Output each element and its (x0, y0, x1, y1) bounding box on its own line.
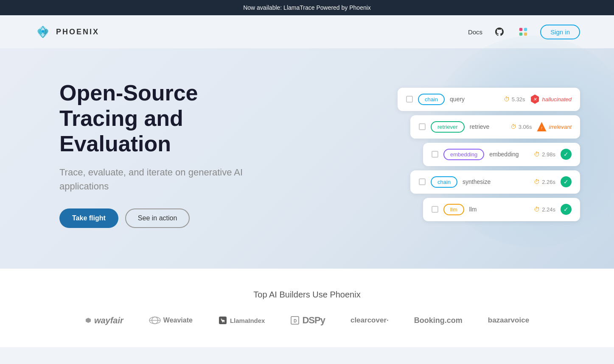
nav-right: Docs Sign in (468, 25, 580, 39)
clock-icon-3: ⏱ (534, 178, 540, 185)
trace-time-2: ⏱ 2.98s (534, 151, 555, 158)
warning-icon: ! (537, 122, 547, 131)
trace-checkbox-3[interactable] (419, 178, 426, 185)
partner-dspy: D DSPy (290, 315, 325, 326)
trace-label-0: query (450, 96, 499, 103)
llamaindex-text: LlamaIndex (230, 317, 265, 324)
svg-point-0 (42, 30, 44, 33)
hero-left: Open-Source Tracing and Evaluation Trace… (59, 81, 280, 228)
clearcover-text: clearcover· (350, 316, 389, 325)
take-flight-button[interactable]: Take flight (59, 208, 118, 228)
slack-icon[interactable] (516, 25, 530, 39)
trace-time-1: ⏱ 3.06s (510, 123, 532, 130)
signin-button[interactable]: Sign in (540, 25, 580, 39)
partner-clearcover: clearcover· (350, 316, 389, 325)
trace-checkbox-4[interactable] (432, 206, 438, 213)
booking-text: Booking.com (414, 316, 463, 325)
hallucinated-status: ✕ hallucinated (530, 94, 572, 104)
trace-checkbox-0[interactable] (406, 96, 413, 103)
partners-logos: wayfair Weaviate 🦙 LlamaIndex D DSPy (34, 315, 580, 326)
banner-text: Now available: LlamaTrace Powered by Pho… (243, 4, 371, 11)
wayfair-text: wayfair (94, 316, 123, 325)
partner-weaviate: Weaviate (149, 317, 193, 324)
ok-status-2: ✓ (561, 149, 572, 160)
hex-error-icon: ✕ (530, 94, 540, 104)
trace-time-0: ⏱ 5.32s (504, 96, 525, 103)
dspy-text: DSPy (302, 315, 325, 326)
hallucinated-label: hallucinated (542, 96, 572, 103)
partner-llamaindex: 🦙 LlamaIndex (218, 316, 265, 325)
clock-icon-2: ⏱ (534, 151, 540, 158)
main-nav: PHOENIX Docs Sign in (0, 15, 614, 48)
clock-icon-0: ⏱ (504, 96, 510, 103)
trace-label-4: llm (469, 206, 529, 213)
svg-rect-2 (524, 28, 527, 31)
github-icon[interactable] (493, 25, 506, 39)
docs-link[interactable]: Docs (468, 28, 482, 36)
svg-text:🦙: 🦙 (220, 318, 226, 323)
partner-bazaarvoice: bazaarvoice (488, 316, 529, 325)
trace-row-llm: llm llm ⏱ 2.24s ✓ (423, 198, 580, 221)
irrelevant-status: ! irrelevant (537, 122, 572, 131)
trace-row-embedding: embedding embedding ⏱ 2.98s ✓ (423, 143, 580, 166)
trace-label-1: retrieve (470, 123, 505, 130)
trace-badge-chain-3: chain (431, 176, 457, 188)
partner-booking: Booking.com (414, 316, 463, 325)
logo-link[interactable]: PHOENIX (34, 23, 99, 41)
svg-rect-1 (519, 28, 522, 31)
svg-rect-3 (519, 33, 522, 36)
svg-marker-5 (86, 318, 91, 323)
trace-checkbox-1[interactable] (419, 123, 426, 130)
trace-checkbox-2[interactable] (432, 151, 438, 158)
svg-text:D: D (294, 319, 297, 323)
trace-row-chain-query: chain query ⏱ 5.32s ✕ hallucinated (398, 88, 580, 111)
ok-status-4: ✓ (561, 204, 572, 215)
hero-title: Open-Source Tracing and Evaluation (59, 81, 280, 156)
hero-section: Open-Source Tracing and Evaluation Trace… (0, 48, 614, 269)
irrelevant-label: irrelevant (549, 124, 572, 130)
trace-visualization: chain query ⏱ 5.32s ✕ hallucinated retri… (398, 88, 580, 221)
hero-buttons: Take flight See in action (59, 208, 280, 228)
partner-wayfair: wayfair (85, 316, 123, 325)
trace-badge-embedding: embedding (443, 149, 484, 160)
bazaarvoice-text: bazaarvoice (488, 316, 529, 325)
logo-text: PHOENIX (56, 28, 99, 36)
ok-status-3: ✓ (561, 176, 572, 187)
trace-label-3: synthesize (463, 178, 529, 185)
announcement-banner: Now available: LlamaTrace Powered by Pho… (0, 0, 614, 15)
clock-icon-4: ⏱ (534, 206, 540, 213)
trace-badge-llm: llm (443, 204, 464, 215)
trace-row-chain-synthesize: chain synthesize ⏱ 2.26s ✓ (410, 170, 580, 194)
partners-section: Top AI Builders Use Phoenix wayfair Weav… (0, 269, 614, 347)
trace-row-retriever: retriever retrieve ⏱ 3.06s ! irrelevant (410, 115, 580, 139)
weaviate-text: Weaviate (163, 317, 193, 324)
trace-time-3: ⏱ 2.26s (534, 178, 555, 185)
trace-label-2: embedding (489, 151, 529, 158)
see-in-action-button[interactable]: See in action (125, 208, 190, 228)
trace-badge-retriever: retriever (431, 121, 465, 133)
hero-subtitle: Trace, evaluate, and iterate on generati… (59, 165, 280, 193)
clock-icon-1: ⏱ (510, 123, 516, 130)
phoenix-logo-icon (34, 23, 52, 41)
trace-time-4: ⏱ 2.24s (534, 206, 555, 213)
partners-title: Top AI Builders Use Phoenix (34, 290, 580, 300)
trace-badge-chain-0: chain (418, 94, 445, 105)
svg-rect-4 (524, 33, 527, 36)
